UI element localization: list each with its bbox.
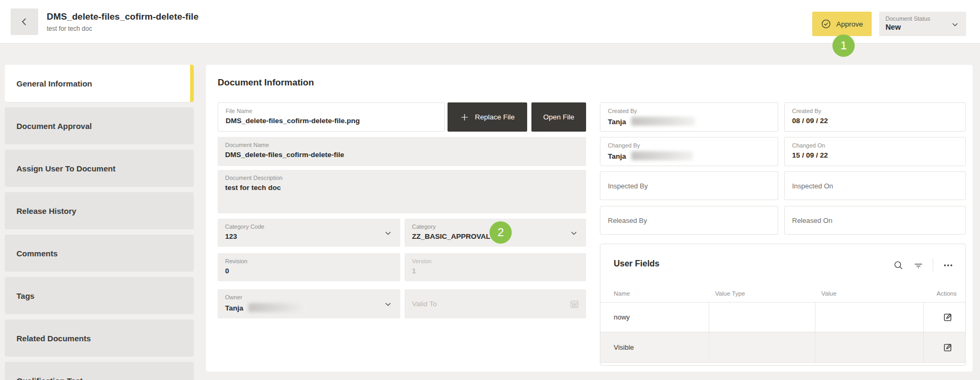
column-header-value-type: Value Type <box>709 290 815 297</box>
approve-button[interactable]: Approve <box>812 12 872 36</box>
field-label: Valid To <box>412 300 437 308</box>
cell-name: Visible <box>600 332 709 362</box>
open-file-label: Open File <box>543 113 574 121</box>
field-label: File Name <box>226 108 437 114</box>
valid-to-datepicker[interactable]: Valid To <box>405 289 586 318</box>
changed-by-field: Changed By Tanja <box>600 137 778 166</box>
field-value: Tanja <box>608 151 770 160</box>
replace-file-button[interactable]: Replace File <box>448 102 527 132</box>
redacted-owner-surname <box>248 303 308 312</box>
sidebar-item-label: Qualification Test <box>16 376 83 380</box>
category-code-dropdown[interactable]: Category Code 123 <box>218 219 400 247</box>
cell-actions <box>923 332 965 362</box>
user-fields-title: User Fields <box>614 259 659 269</box>
search-icon <box>892 260 904 271</box>
sidebar-item-label: Document Approval <box>16 122 92 131</box>
created-on-field: Created By 08 / 09 / 22 <box>784 102 966 132</box>
filter-icon <box>913 260 924 271</box>
document-description-field[interactable]: Document Description test for tech doc <box>218 170 586 213</box>
table-header-row: Name Value Type Value Actions <box>600 284 965 303</box>
chevron-left-icon <box>19 16 30 28</box>
field-label: Document Name <box>225 142 579 148</box>
calendar-icon <box>569 299 580 309</box>
search-button[interactable] <box>892 260 904 271</box>
title-block: DMS_delete-files_cofirm-delete-file test… <box>47 12 199 32</box>
document-status-value: New <box>886 23 960 31</box>
ellipsis-icon <box>942 259 955 272</box>
field-value: Tanja <box>608 117 770 126</box>
toolbar-divider <box>933 258 933 272</box>
sidebar-item-general-information[interactable]: General Information <box>5 65 194 102</box>
edit-icon <box>942 312 953 323</box>
column-header-actions: Actions <box>923 290 965 297</box>
sidebar-item-related-documents[interactable]: Related Documents <box>5 319 194 357</box>
field-value: DMS_delete-files_cofirm-delete-file.png <box>226 117 437 125</box>
edit-icon <box>942 342 953 353</box>
field-value: test for tech doc <box>225 184 579 192</box>
released-by-field: Released By <box>600 206 778 235</box>
redacted-created-by-surname <box>631 117 695 126</box>
field-label: Version <box>412 258 579 264</box>
page-subtitle: test for tech doc <box>47 25 199 32</box>
document-status-dropdown[interactable]: Document Status New <box>879 12 966 36</box>
field-value: 08 / 09 / 22 <box>792 117 958 125</box>
redacted-changed-by-surname <box>631 151 693 160</box>
field-value: 1 <box>412 267 579 275</box>
page: DMS_delete-files_cofirm-delete-file test… <box>0 0 980 380</box>
inspected-by-field: Inspected By <box>600 171 778 200</box>
field-value: 123 <box>225 232 393 240</box>
sidebar-item-document-approval[interactable]: Document Approval <box>5 107 194 144</box>
sidebar-item-label: Comments <box>16 249 58 258</box>
plus-icon <box>460 113 469 122</box>
open-file-button[interactable]: Open File <box>531 102 586 132</box>
cell-value-type <box>709 303 815 332</box>
annotation-step-1-badge: 1 <box>832 34 855 57</box>
created-by-field: Created By Tanja <box>600 102 778 132</box>
cell-value <box>815 303 923 332</box>
inspected-on-field: Inspected On <box>784 171 966 200</box>
sidebar-item-release-history[interactable]: Release History <box>5 192 194 229</box>
field-label: Inspected On <box>792 182 833 190</box>
back-button[interactable] <box>11 8 38 35</box>
sidebar-item-tags[interactable]: Tags <box>5 277 194 314</box>
field-label: Released On <box>792 217 832 224</box>
field-label: Document Description <box>225 175 579 181</box>
document-status-label: Document Status <box>886 15 960 22</box>
column-header-value: Value <box>815 290 923 297</box>
user-fields-card: User Fields Name Value Type Value <box>600 244 966 366</box>
header: DMS_delete-files_cofirm-delete-file test… <box>0 0 980 44</box>
field-label: Created By <box>608 108 770 114</box>
replace-file-label: Replace File <box>475 113 514 121</box>
field-label: Created By <box>792 108 958 114</box>
field-value: DMS_delete-files_cofirm-delete-file <box>225 151 579 159</box>
chevron-down-icon <box>950 20 960 29</box>
owner-dropdown[interactable]: Owner Tanja <box>218 289 400 318</box>
user-fields-toolbar <box>892 258 955 272</box>
field-value: Tanja <box>225 303 393 312</box>
section-title: Document Information <box>218 77 314 88</box>
field-label: Changed By <box>608 142 770 149</box>
field-label: Revision <box>225 258 393 264</box>
check-circle-icon <box>821 19 831 29</box>
revision-field[interactable]: Revision 0 <box>218 253 400 281</box>
sidebar-item-label: Assign User To Document <box>16 164 115 173</box>
annotation-step-2-badge: 2 <box>489 221 512 244</box>
sidebar-item-assign-user-to-document[interactable]: Assign User To Document <box>5 150 194 187</box>
approve-label: Approve <box>836 20 863 28</box>
filter-button[interactable] <box>913 260 924 271</box>
field-value: 15 / 09 / 22 <box>792 151 958 159</box>
edit-row-button[interactable] <box>942 312 953 323</box>
sidebar-item-label: Tags <box>16 291 35 300</box>
version-field: Version 1 <box>405 253 586 281</box>
sidebar-item-comments[interactable]: Comments <box>5 235 194 272</box>
document-name-field[interactable]: Document Name DMS_delete-files_cofirm-de… <box>218 137 586 166</box>
chevron-down-icon <box>569 228 579 238</box>
file-name-field[interactable]: File Name DMS_delete-files_cofirm-delete… <box>218 102 445 132</box>
document-information-panel: Document Information File Name DMS_delet… <box>206 65 973 372</box>
field-label: Released By <box>608 217 647 224</box>
edit-row-button[interactable] <box>942 342 953 353</box>
more-options-button[interactable] <box>942 259 955 272</box>
changed-on-field: Changed On 15 / 09 / 22 <box>784 137 966 166</box>
sidebar-item-qualification-test[interactable]: Qualification Test <box>5 362 194 380</box>
sidebar-item-label: Related Documents <box>16 334 91 343</box>
